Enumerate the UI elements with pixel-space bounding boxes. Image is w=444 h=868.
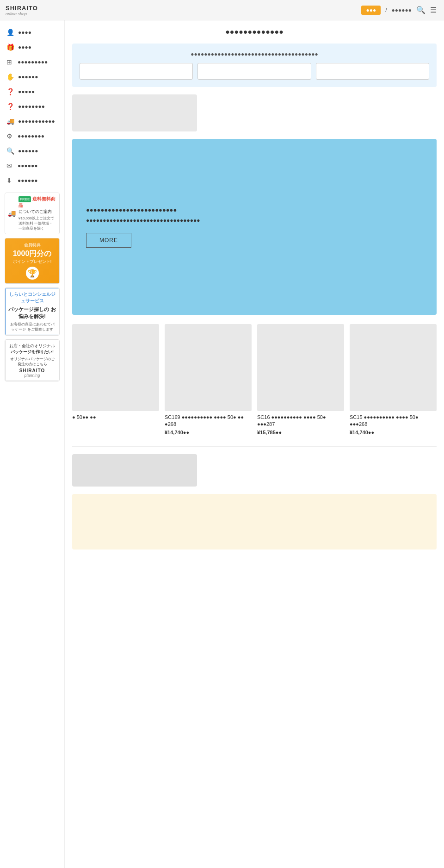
page-layout: 👤 ●●●● 🎁 ●●●● ⊞ ●●●●●●●●● ✋ ●●●●●● ❓ ●●●… [0,20,444,868]
original-line3: オリジナルパッケージのご発注の方はこちら [8,356,56,367]
search-input-3[interactable] [316,63,429,80]
sidebar-item-search[interactable]: 🔍 ●●●●●● [0,144,64,158]
sidebar-item-info[interactable]: ❓ ●●●●●●●● [0,99,64,114]
product-card-2[interactable]: SC16 ●●●●●●●●●● ●●●● 50● ●●●287 ¥15,785●… [257,324,344,435]
sidebar-item-label: ●●●● [18,44,31,50]
blue-banner-text1: ●●●●●●●●●●●●●●●●●●●●●●●●● [86,206,423,213]
sidebar-item-gift[interactable]: 🎁 ●●●● [0,40,64,55]
header: SHIRAITO online shop ●●● / ●●●●●● 🔍 ☰ [0,0,444,20]
sidebar-item-settings[interactable]: ⚙ ●●●●●●●● [0,129,64,144]
info-icon: ❓ [6,103,14,110]
sidebar-item-hand[interactable]: ✋ ●●●●●● [0,69,64,84]
search-icon[interactable]: 🔍 [416,6,426,14]
divider-1 [72,446,437,447]
search-input-1[interactable] [80,63,193,80]
promo-image [72,94,197,131]
logo-sub: online shop [6,12,38,16]
product-name-2: SC16 ●●●●●●●●●● ●●●● 50● ●●●287 [257,414,344,428]
sidebar-item-label: ●●●● [18,29,31,36]
points-unit: ポイントプレゼント! [9,259,56,265]
product-image-2 [257,324,344,411]
product-price-1: ¥14,740●● [165,430,252,435]
concierge-title: しらいとコンシェルジュサービス [8,291,56,304]
sidebar-item-label: ●●●●●● [18,148,38,154]
product-grid: ● 50●● ●● SC169 ●●●●●●●●●● ●●●● 50● ●● ●… [72,324,437,435]
free-ship-subtitle: についてのご案内 [18,209,56,215]
free-badge: FREE [18,196,31,202]
delivery-icon: 🚚 [6,118,14,125]
product-price-2: ¥15,785●● [257,430,344,435]
category-icon: ⊞ [6,58,14,66]
concierge-sub: お客様の商品にあわせてパッケージ をご提案します [8,322,56,332]
sidebar-item-account[interactable]: 👤 ●●●● [0,25,64,40]
points-icon: 🏆 [26,267,39,280]
truck-icon: 🚚 [8,210,16,217]
original-line2: パッケージを作りたい! [8,349,56,355]
header-badge[interactable]: ●●● [361,6,381,15]
points-banner[interactable]: 会員特典 1000円分の ポイントプレゼント! 🏆 [5,238,60,284]
sidebar-item-download[interactable]: ⬇ ●●●●●● [0,173,64,188]
product-image-1 [165,324,252,411]
settings-icon: ⚙ [6,132,14,140]
help-icon: ❓ [6,88,14,95]
sidebar-item-label: ●●●●●● [18,74,38,80]
account-icon: 👤 [6,29,14,36]
product-card-3[interactable]: SC15 ●●●●●●●●●● ●●●● 50● ●●●268 ¥14,740●… [350,324,437,435]
logo-main: SHIRAITO [6,5,38,12]
page-title: ●●●●●●●●●●●●● [72,28,437,36]
product-image-0 [72,324,159,411]
sidebar-item-mail[interactable]: ✉ ●●●●●● [0,158,64,173]
product-name-3: SC15 ●●●●●●●●●● ●●●● 50● ●●●268 [350,414,437,428]
sidebar-item-help[interactable]: ❓ ●●●●● [0,84,64,99]
gift-icon: 🎁 [6,44,14,51]
product-card-0[interactable]: ● 50●● ●● [72,324,159,435]
sidebar-item-label: ●●●●●●●●● [18,59,48,65]
sidebar-item-category[interactable]: ⊞ ●●●●●●●●● [0,55,64,69]
cream-section [72,494,437,550]
hand-icon: ✋ [6,73,14,81]
sidebar-item-label: ●●●●●●●● [18,103,45,110]
points-amount: 1000円分の [13,250,52,257]
mail-icon: ✉ [6,162,14,169]
sidebar-item-label: ●●●●●●●●●●● [18,118,55,125]
search-description: ●●●●●●●●●●●●●●●●●●●●●●●●●●●●●●●●●●●●●● [80,51,429,57]
main-content: ●●●●●●●●●●●●● ●●●●●●●●●●●●●●●●●●●●●●●●●●… [65,20,444,868]
product-card-1[interactable]: SC169 ●●●●●●●●●● ●●●● 50● ●● ●268 ¥14,74… [165,324,252,435]
points-prefix: 会員特典 [9,242,56,248]
menu-icon[interactable]: ☰ [430,6,437,14]
product-image-3 [350,324,437,411]
concierge-banner[interactable]: しらいとコンシェルジュサービス パッケージ探しの お悩みを解決! お客様の商品に… [5,287,60,336]
concierge-body: パッケージ探しの お悩みを解決! [8,306,56,320]
product-name-1: SC169 ●●●●●●●●●● ●●●● 50● ●● ●268 [165,414,252,428]
sidebar-banners: 🚚 FREE 送料無料商品 についてのご案内 ¥10,000以上ご注文で送料無料… [0,188,64,386]
search-inputs [80,63,429,80]
sidebar-item-delivery[interactable]: 🚚 ●●●●●●●●●●● [0,114,64,129]
search-nav-icon: 🔍 [6,147,14,155]
download-icon: ⬇ [6,177,14,184]
blue-banner-text2: ●●●●●●●●●●●●●●●●●●●●●●●●●●●●●●●●●● [86,217,423,224]
header-nav-text: ●●●●●● [392,7,412,13]
product-name-0: ● 50●● ●● [72,414,159,421]
original-banner[interactable]: お店・会社のオリジナル パッケージを作りたい! オリジナルパッケージのご発注の方… [5,339,60,381]
free-shipping-banner[interactable]: 🚚 FREE 送料無料商品 についてのご案内 ¥10,000以上ご注文で送料無料… [5,193,60,234]
sidebar-item-label: ●●●●●●●● [18,133,44,139]
original-line1: お店・会社のオリジナル [8,343,56,349]
sidebar-item-label: ●●●●● [18,88,35,95]
sidebar-item-label: ●●●●●● [18,162,38,169]
original-brand: SHIRAITO [8,368,56,373]
product-price-3: ¥14,740●● [350,430,437,435]
logo: SHIRAITO online shop [0,0,65,20]
bottom-image [72,454,197,487]
free-ship-body: ¥10,000以上ご注文で送料無料 一部地域・一部商品を除く [18,216,56,231]
search-input-2[interactable] [197,63,311,80]
blue-banner-section: ●●●●●●●●●●●●●●●●●●●●●●●●● ●●●●●●●●●●●●●●… [72,139,437,315]
original-sub: planning [8,373,56,378]
header-slash: / [385,7,387,13]
search-section: ●●●●●●●●●●●●●●●●●●●●●●●●●●●●●●●●●●●●●● [72,44,437,87]
more-button[interactable]: MORE [86,233,131,248]
sidebar: 👤 ●●●● 🎁 ●●●● ⊞ ●●●●●●●●● ✋ ●●●●●● ❓ ●●●… [0,20,65,868]
sidebar-item-label: ●●●●●● [18,177,38,184]
